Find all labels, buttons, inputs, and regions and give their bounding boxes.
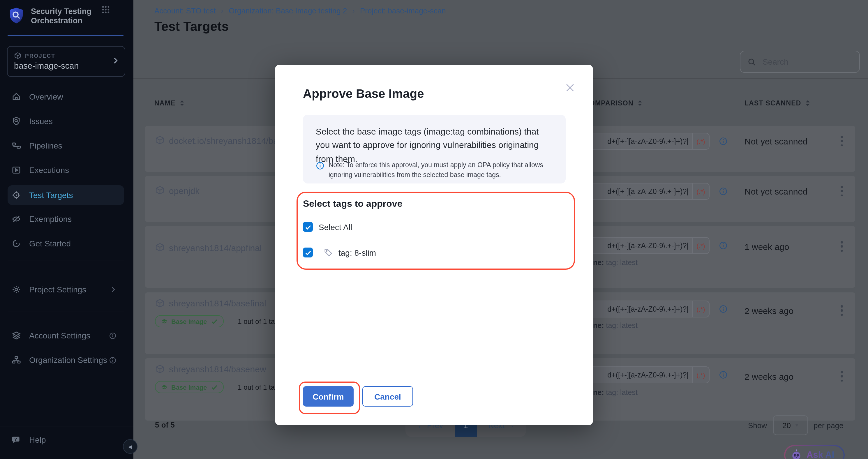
- sidebar-item-help[interactable]: ? Help: [7, 430, 124, 450]
- eye-off-icon: [12, 214, 21, 224]
- sidebar-item-organization-settings[interactable]: Organization Settings: [7, 350, 124, 370]
- tag-checkbox[interactable]: [303, 248, 313, 257]
- container-image-icon: [155, 185, 165, 195]
- ask-ai-button[interactable]: Ask AI: [784, 445, 844, 459]
- target-name: shreyansh1814/appfinal: [169, 243, 262, 253]
- play-square-icon: [12, 165, 21, 175]
- modal-description-panel: Select the base image tags (image:tag co…: [303, 115, 566, 183]
- breadcrumb: Account: STO test › Organization: Base I…: [154, 6, 446, 15]
- breadcrumb-separator: ›: [352, 6, 355, 15]
- sidebar-item-label: Exemptions: [29, 214, 72, 224]
- row-menu-icon[interactable]: [836, 185, 847, 197]
- sidebar-item-exemptions[interactable]: Exemptions: [7, 209, 124, 229]
- base-image-badge: Base Image: [155, 381, 224, 393]
- cancel-button[interactable]: Cancel: [362, 386, 413, 406]
- breadcrumb-project-link[interactable]: Project: base-image-scan: [360, 6, 446, 15]
- sidebar-item-get-started[interactable]: Get Started: [7, 234, 124, 253]
- last-scanned-value: Not yet scanned: [744, 136, 808, 146]
- module-switcher-grid-icon[interactable]: [101, 5, 110, 14]
- module-accent-bar: [7, 35, 124, 36]
- select-all-label: Select All: [319, 222, 352, 232]
- sidebar-item-executions[interactable]: Executions: [7, 160, 124, 180]
- chevron-down-icon: ▾: [796, 422, 798, 428]
- sidebar-item-pipelines[interactable]: Pipelines: [7, 136, 124, 155]
- project-selector[interactable]: PROJECT base-image-scan: [7, 46, 125, 77]
- regex-indicator: (.*): [692, 366, 710, 383]
- home-icon: [12, 92, 21, 101]
- info-icon[interactable]: [109, 332, 117, 339]
- app-title: Security Testing Orchestration: [31, 7, 100, 26]
- sidebar-divider: [7, 260, 124, 261]
- comparison-regex-input[interactable]: d+([+-][a-zA-Z0-9\.+-]+)?|: [583, 237, 692, 254]
- info-icon[interactable]: [719, 241, 727, 250]
- info-icon[interactable]: [719, 305, 727, 313]
- check-icon: [211, 384, 218, 391]
- baseline-text: ne: tag: latest: [593, 258, 638, 267]
- sort-icon: [805, 100, 811, 106]
- sidebar-collapse-button[interactable]: ◀: [123, 439, 137, 454]
- chevron-right-icon: [111, 57, 119, 65]
- sidebar-item-label: Get Started: [29, 239, 71, 248]
- column-header-comparison[interactable]: COMPARISON: [584, 100, 643, 106]
- select-all-checkbox[interactable]: [303, 222, 313, 232]
- column-header-name[interactable]: NAME: [154, 100, 185, 106]
- get-started-icon: [12, 239, 21, 248]
- row-menu-icon[interactable]: [836, 370, 847, 383]
- search-icon: [747, 57, 756, 66]
- breadcrumb-account-link[interactable]: Account: STO test: [154, 6, 216, 15]
- chevron-right-icon: [110, 286, 117, 293]
- info-icon[interactable]: [109, 356, 117, 364]
- breadcrumb-org-link[interactable]: Organization: Base Image testing 2: [229, 6, 347, 15]
- sidebar-item-label: Issues: [29, 117, 53, 126]
- search-input[interactable]: [762, 57, 851, 67]
- sidebar-item-label: Test Targets: [29, 190, 73, 200]
- tags-divider: [303, 238, 550, 238]
- base-image-badge: Base Image: [155, 315, 224, 327]
- tags-section-title: Select tags to approve: [303, 198, 402, 209]
- last-scanned-value: Not yet scanned: [744, 186, 808, 196]
- info-icon[interactable]: [719, 187, 727, 196]
- row-menu-icon[interactable]: [836, 304, 847, 317]
- org-gear-icon: [12, 355, 21, 365]
- sidebar-item-overview[interactable]: Overview: [7, 87, 124, 106]
- per-page-label: per page: [813, 421, 843, 430]
- container-image-icon: [155, 298, 165, 308]
- info-icon: [316, 161, 324, 170]
- target-name: shreyansh1814/basefinal: [169, 298, 266, 308]
- container-image-icon: [155, 135, 165, 145]
- project-label: PROJECT: [25, 53, 55, 59]
- sidebar-item-project-settings[interactable]: Project Settings: [7, 280, 124, 299]
- info-icon[interactable]: [719, 370, 727, 379]
- comparison-regex-input[interactable]: d+([+-][a-zA-Z0-9\.+-]+)?|: [583, 366, 692, 383]
- modal-note: Note: To enforce this approval, you must…: [329, 160, 556, 180]
- confirm-button[interactable]: Confirm: [303, 386, 353, 406]
- page-size-control: Show 20 ▾ per page: [748, 415, 843, 435]
- layers-icon: [161, 384, 168, 391]
- info-icon[interactable]: [719, 137, 727, 146]
- sidebar-item-issues[interactable]: Issues: [7, 111, 124, 131]
- comparison-regex-input[interactable]: d+([+-][a-zA-Z0-9\.+-]+)?|: [583, 133, 692, 150]
- project-name: base-image-scan: [14, 61, 79, 70]
- regex-indicator: (.*): [692, 301, 710, 317]
- select-all-row: Select All: [303, 222, 352, 232]
- sto-shield-logo-icon: [7, 7, 25, 26]
- baseline-text: ne: tag: latest: [593, 389, 638, 397]
- target-icon: [12, 190, 21, 200]
- ai-mascot-icon: [789, 449, 803, 459]
- sidebar-item-account-settings[interactable]: Account Settings: [7, 326, 124, 345]
- sidebar-divider: [7, 312, 124, 312]
- row-menu-icon[interactable]: [836, 134, 847, 147]
- row-menu-icon[interactable]: [836, 240, 847, 253]
- baseline-text: ne: tag: latest: [593, 322, 638, 330]
- comparison-regex-input[interactable]: d+([+-][a-zA-Z0-9\.+-]+)?|: [583, 183, 692, 200]
- page-size-select[interactable]: 20 ▾: [773, 415, 808, 435]
- sidebar-item-test-targets[interactable]: Test Targets: [7, 185, 124, 205]
- layers-icon: [161, 318, 168, 325]
- regex-indicator: (.*): [692, 237, 710, 254]
- column-header-last-scanned[interactable]: LAST SCANNED: [744, 100, 811, 106]
- page-title: Test Targets: [154, 19, 229, 34]
- close-icon[interactable]: [563, 81, 577, 94]
- shield-search-icon: [12, 117, 21, 126]
- comparison-regex-input[interactable]: d+([+-][a-zA-Z0-9\.+-]+)?|: [583, 301, 692, 317]
- search-box: [740, 51, 860, 73]
